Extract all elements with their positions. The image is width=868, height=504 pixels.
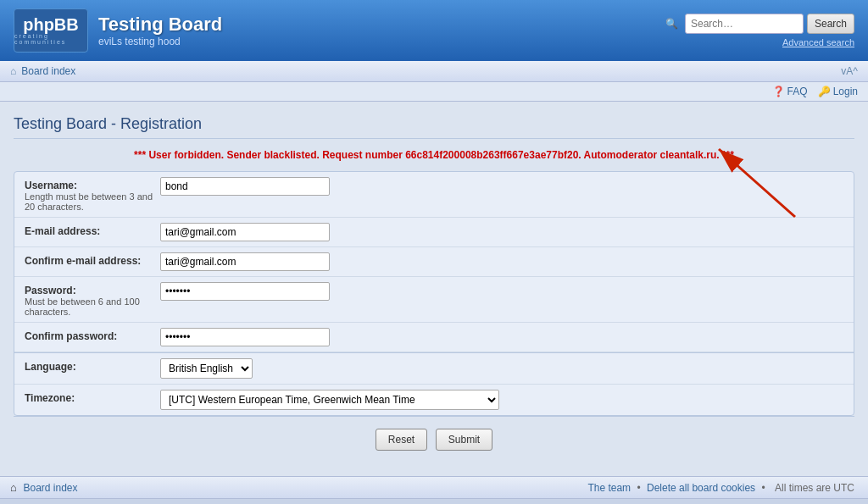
language-select[interactable]: British English [160, 358, 253, 379]
navbar: ⌂ Board index vA^ [0, 61, 868, 82]
username-row: Username: Length must be between 3 and 2… [14, 172, 854, 218]
email-label: E-mail address: [25, 223, 160, 237]
footer-nav: ⌂ Board index The team • Delete all boar… [0, 476, 868, 499]
main-content: Testing Board - Registration *** User fo… [0, 102, 868, 476]
page-title: Testing Board - Registration [14, 115, 854, 139]
site-title-area: Testing Board eviLs testing hood [98, 14, 222, 47]
language-row: Language: British English [14, 353, 854, 385]
email-row: E-mail address: [14, 218, 854, 247]
faq-icon: ❓ [772, 86, 785, 97]
password-input[interactable] [160, 282, 330, 301]
login-icon: 🔑 [818, 86, 831, 97]
timezone-control: [UTC] Western European Time, Greenwich M… [160, 390, 843, 410]
phpbb-logo: phpBB creating communities [14, 8, 88, 53]
form-buttons: Reset Submit [14, 416, 854, 462]
logo-phpbb-text: phpBB [23, 16, 79, 33]
submit-button[interactable]: Submit [436, 429, 492, 451]
home-icon: ⌂ [10, 65, 16, 77]
search-area: 🔍 Search Advanced search [665, 14, 854, 47]
logo-tagline: creating communities [14, 33, 87, 45]
confirm-email-label: Confirm e-mail address: [25, 252, 160, 267]
breadcrumb-home-link[interactable]: Board index [21, 65, 75, 77]
password-row: Password: Must be between 6 and 100 char… [14, 277, 854, 323]
footer-home-icon: ⌂ [10, 481, 17, 494]
registration-form: Username: Length must be between 3 and 2… [14, 171, 854, 416]
delete-cookies-link[interactable]: Delete all board cookies [647, 482, 755, 494]
confirm-password-label: Confirm password: [25, 328, 160, 342]
footer-links: The team • Delete all board cookies • Al… [587, 482, 858, 494]
site-title: Testing Board [98, 14, 222, 36]
search-button[interactable]: Search [807, 14, 854, 34]
timezone-select[interactable]: [UTC] Western European Time, Greenwich M… [160, 390, 499, 410]
confirm-email-input[interactable] [160, 252, 330, 271]
footer-breadcrumb: ⌂ Board index [10, 481, 78, 494]
separator2: • [761, 482, 768, 494]
search-row: 🔍 Search [665, 14, 854, 34]
email-control [160, 223, 843, 241]
username-input[interactable] [160, 177, 330, 196]
separator1: • [637, 482, 643, 494]
search-icon: 🔍 [665, 18, 678, 30]
logo-area: phpBB creating communities Testing Board… [14, 8, 222, 53]
username-control [160, 177, 843, 196]
password-control [160, 282, 843, 301]
footer-board-index-link[interactable]: Board index [23, 482, 77, 494]
advanced-search-link[interactable]: Advanced search [782, 37, 854, 47]
the-team-link[interactable]: The team [587, 482, 631, 494]
font-resize[interactable]: vA^ [841, 65, 858, 77]
password-label: Password: Must be between 6 and 100 char… [25, 282, 160, 317]
timezone-label: Timezone: [25, 390, 160, 404]
error-area: *** User forbidden. Sender blacklisted. … [14, 149, 854, 161]
confirm-email-control [160, 252, 843, 271]
all-times-text: All times are UTC [775, 482, 854, 494]
reset-button[interactable]: Reset [376, 429, 427, 451]
login-link[interactable]: 🔑 Login [818, 86, 858, 97]
email-input[interactable] [160, 223, 330, 241]
search-input[interactable] [685, 14, 804, 34]
confirm-email-row: Confirm e-mail address: [14, 247, 854, 277]
breadcrumb: ⌂ Board index [10, 65, 75, 77]
site-header: phpBB creating communities Testing Board… [0, 0, 868, 61]
username-label: Username: Length must be between 3 and 2… [25, 177, 160, 212]
confirm-password-input[interactable] [160, 328, 330, 346]
error-message: *** User forbidden. Sender blacklisted. … [14, 149, 854, 161]
confirm-password-row: Confirm password: [14, 323, 854, 352]
language-control: British English [160, 358, 843, 379]
site-subtitle: eviLs testing hood [98, 36, 222, 47]
timezone-row: Timezone: [UTC] Western European Time, G… [14, 385, 854, 415]
confirm-password-control [160, 328, 843, 346]
faq-link[interactable]: ❓ FAQ [772, 86, 808, 97]
language-label: Language: [25, 358, 160, 373]
toplinks-bar: ❓ FAQ 🔑 Login [0, 82, 868, 102]
footer-info: Powered by phpBB ® Forum Software © phpB… [0, 499, 868, 504]
